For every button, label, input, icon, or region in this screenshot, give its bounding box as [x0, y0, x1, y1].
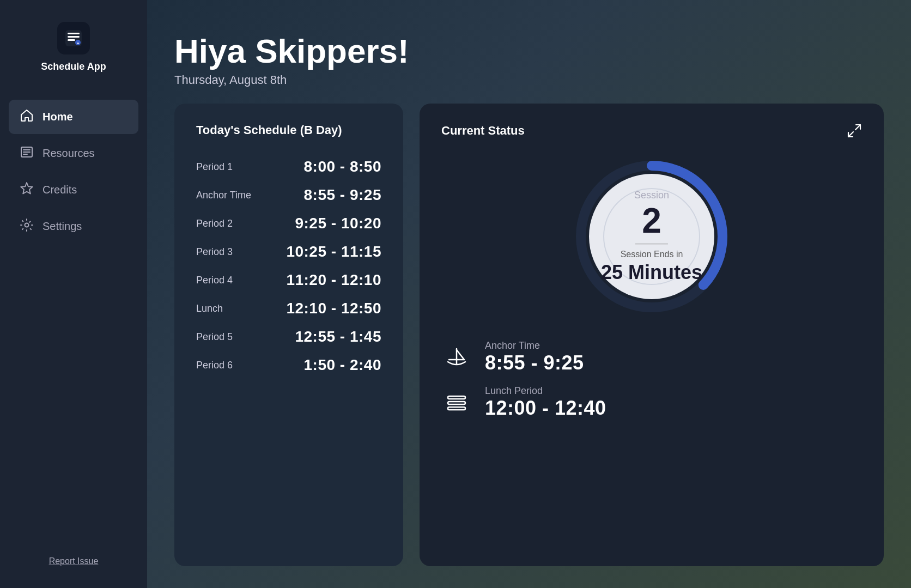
- schedule-row-time: 1:50 - 2:40: [304, 356, 381, 374]
- schedule-card-title: Today's Schedule (B Day): [196, 123, 381, 137]
- sidebar-item-home-label: Home: [42, 111, 73, 123]
- svg-rect-3: [68, 39, 75, 41]
- schedule-row: Period 2 9:25 - 10:20: [196, 209, 381, 238]
- schedule-row-label: Period 1: [196, 161, 233, 173]
- donut-container: Session 2 Session Ends in 25 Minutes: [441, 155, 862, 318]
- main-content: Hiya Skippers! Thursday, August 8th Toda…: [147, 0, 911, 588]
- sidebar-item-settings[interactable]: Settings: [9, 209, 138, 244]
- home-icon: [20, 108, 34, 125]
- svg-rect-2: [68, 36, 80, 38]
- schedule-rows: Period 1 8:00 - 8:50 Anchor Time 8:55 - …: [196, 153, 381, 379]
- resources-icon: [20, 145, 34, 162]
- schedule-row-time: 8:00 - 8:50: [304, 158, 381, 175]
- svg-rect-20: [448, 396, 465, 399]
- status-card-header: Current Status: [441, 123, 862, 138]
- svg-rect-21: [448, 402, 465, 404]
- schedule-row-label: Period 3: [196, 246, 233, 258]
- anchor-icon: [441, 342, 472, 373]
- schedule-row: Lunch 12:10 - 12:50: [196, 294, 381, 323]
- status-info-row: Anchor Time 8:55 - 9:25: [441, 340, 862, 374]
- main-header: Hiya Skippers! Thursday, August 8th: [174, 33, 884, 87]
- svg-line-12: [855, 125, 860, 130]
- schedule-card: Today's Schedule (B Day) Period 1 8:00 -…: [174, 104, 403, 566]
- status-info-label: Lunch Period: [485, 385, 606, 397]
- sidebar-bottom: Report Issue: [49, 556, 99, 572]
- status-info-time: 12:00 - 12:40: [485, 397, 606, 420]
- svg-text:+: +: [77, 41, 80, 46]
- status-info-area: Anchor Time 8:55 - 9:25 Lunch Period 12:…: [441, 340, 862, 420]
- schedule-row: Period 5 12:55 - 1:45: [196, 323, 381, 351]
- status-info-time: 8:55 - 9:25: [485, 351, 584, 374]
- schedule-row-time: 11:20 - 12:10: [286, 271, 381, 289]
- schedule-row: Period 1 8:00 - 8:50: [196, 153, 381, 181]
- sidebar-logo-area: + Schedule App: [41, 22, 106, 72]
- schedule-row-label: Period 2: [196, 218, 233, 229]
- donut-center: Session 2 Session Ends in 25 Minutes: [601, 190, 702, 283]
- schedule-row-label: Anchor Time: [196, 190, 251, 201]
- session-label: Session: [634, 190, 669, 201]
- session-ends-label: Session Ends in: [621, 250, 683, 259]
- main-body: Today's Schedule (B Day) Period 1 8:00 -…: [174, 104, 884, 566]
- session-number: 2: [642, 203, 661, 238]
- credits-icon: [20, 181, 34, 198]
- status-info-row: Lunch Period 12:00 - 12:40: [441, 385, 862, 420]
- svg-rect-1: [68, 33, 80, 34]
- schedule-row-time: 12:55 - 1:45: [295, 328, 381, 345]
- donut-divider: [635, 244, 668, 244]
- schedule-row: Period 3 10:25 - 11:15: [196, 238, 381, 266]
- schedule-row-time: 10:25 - 11:15: [286, 243, 381, 260]
- status-info-label: Anchor Time: [485, 340, 584, 351]
- app-name: Schedule App: [41, 61, 106, 72]
- sidebar-item-credits-label: Credits: [42, 184, 77, 196]
- status-card: Current Status: [420, 104, 884, 566]
- schedule-row-label: Lunch: [196, 303, 223, 314]
- schedule-row-label: Period 6: [196, 360, 233, 371]
- settings-icon: [20, 218, 34, 235]
- schedule-row: Period 4 11:20 - 12:10: [196, 266, 381, 294]
- sidebar-nav: Home Resources Credits: [0, 100, 147, 244]
- schedule-row-label: Period 5: [196, 331, 233, 343]
- status-card-title: Current Status: [441, 124, 525, 138]
- status-info-text: Lunch Period 12:00 - 12:40: [485, 385, 606, 420]
- svg-line-13: [848, 132, 853, 137]
- schedule-row-time: 9:25 - 10:20: [295, 215, 381, 232]
- status-info-text: Anchor Time 8:55 - 9:25: [485, 340, 584, 374]
- page-title: Hiya Skippers!: [174, 33, 884, 70]
- sidebar-item-resources-label: Resources: [42, 147, 95, 160]
- schedule-row-time: 12:10 - 12:50: [286, 300, 381, 317]
- sidebar-item-resources[interactable]: Resources: [9, 136, 138, 171]
- lunch-icon: [441, 387, 472, 418]
- page-date: Thursday, August 8th: [174, 73, 884, 87]
- svg-rect-22: [448, 407, 465, 410]
- schedule-row: Period 6 1:50 - 2:40: [196, 351, 381, 379]
- report-issue-button[interactable]: Report Issue: [49, 556, 99, 566]
- schedule-row-time: 8:55 - 9:25: [304, 186, 381, 204]
- sidebar-item-home[interactable]: Home: [9, 100, 138, 134]
- app-logo-icon: +: [57, 22, 90, 54]
- svg-marker-10: [21, 183, 33, 194]
- session-ends-value: 25 Minutes: [601, 262, 702, 283]
- sidebar-item-settings-label: Settings: [42, 220, 82, 233]
- schedule-row-label: Period 4: [196, 275, 233, 286]
- schedule-row: Anchor Time 8:55 - 9:25: [196, 181, 381, 209]
- svg-point-11: [25, 223, 29, 227]
- sidebar-item-credits[interactable]: Credits: [9, 173, 138, 207]
- expand-icon[interactable]: [847, 123, 862, 138]
- sidebar: + Schedule App Home R: [0, 0, 147, 588]
